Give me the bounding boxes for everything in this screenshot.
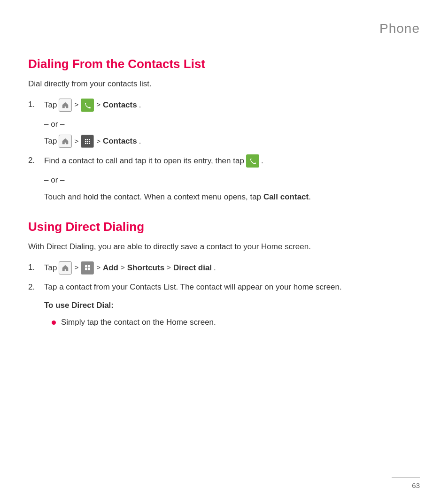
page-title: Phone — [28, 19, 420, 38]
page-divider — [392, 477, 420, 478]
step2-period: . — [261, 155, 263, 167]
chevron2: > — [96, 99, 100, 110]
svg-rect-5 — [89, 141, 90, 142]
chevron4: > — [96, 136, 100, 147]
section2-step1: 1. Tap > — [28, 261, 420, 275]
section1-desc: Dial directly from your contacts list. — [28, 78, 420, 90]
step2-text: Find a contact to call and tap it to ope… — [44, 155, 244, 167]
chevron5: > — [74, 262, 78, 273]
bullet1-text: Simply tap the contact on the Home scree… — [61, 318, 216, 327]
step1-tap-text: Tap — [44, 99, 57, 111]
section2-step2: 2. Tap a contact from your Contacts List… — [28, 281, 420, 293]
step1: 1. Tap > — [28, 99, 420, 112]
section2-step1-content: Tap > — [44, 261, 420, 275]
home-icon-1 — [59, 99, 72, 112]
page-container: Phone Dialing From the Contacts List Dia… — [0, 0, 448, 504]
home-icon-2 — [59, 135, 72, 148]
chevron3: > — [74, 136, 78, 147]
svg-rect-6 — [85, 143, 86, 144]
section2-step1-shortcuts: Shortcuts — [127, 262, 164, 274]
or-divider-2: – or – — [44, 174, 420, 186]
section1-title: Dialing From the Contacts List — [28, 55, 420, 73]
section2-step2-number: 2. — [28, 281, 41, 293]
step1b-tap-line: Tap > — [44, 135, 420, 148]
step2b-text: Touch and hold the contact. When a conte… — [44, 192, 261, 201]
step2b-call-contact: Call contact — [263, 192, 309, 201]
step1b-period: . — [139, 135, 141, 147]
step1-content: Tap > > Contacts. — [44, 99, 420, 112]
svg-rect-11 — [85, 268, 87, 270]
sub-heading-text: To use Direct Dial: — [44, 301, 114, 310]
bullet-item-1: Simply tap the contact on the Home scree… — [52, 316, 420, 328]
widget-icon — [81, 261, 94, 275]
phone-icon-2 — [246, 154, 259, 168]
section2-step2-text: Tap a contact from your Contacts List. T… — [44, 283, 342, 291]
section2-step2-content: Tap a contact from your Contacts List. T… — [44, 281, 420, 293]
step1-contacts-bold: Contacts — [103, 99, 137, 111]
home-icon-3 — [59, 261, 72, 275]
or-divider-1: – or – — [44, 118, 420, 130]
step2-content: Find a contact to call and tap it to ope… — [44, 154, 420, 168]
phone-icon-1 — [81, 99, 94, 112]
sub-heading: To use Direct Dial: — [44, 299, 420, 312]
chevron6: > — [96, 262, 100, 273]
svg-rect-7 — [87, 143, 88, 144]
step1b-contacts-bold: Contacts — [103, 135, 137, 147]
section2-desc: With Direct Dialing, you are able to dir… — [28, 241, 420, 253]
section2-step1-add: Add — [103, 262, 118, 274]
svg-rect-4 — [87, 141, 88, 142]
svg-rect-8 — [89, 143, 90, 144]
section2-title: Using Direct Dialing — [28, 218, 420, 236]
step2b-period: . — [309, 192, 311, 201]
grid-icon-1 — [81, 135, 94, 148]
step2b: Touch and hold the contact. When a conte… — [44, 191, 420, 203]
svg-rect-9 — [85, 265, 87, 267]
step1b-tap-text: Tap — [44, 135, 57, 147]
section2-step1-tap-line: Tap > — [44, 261, 420, 275]
step2: 2. Find a contact to call and tap it to … — [28, 154, 420, 168]
chevron8: > — [167, 262, 171, 273]
svg-rect-0 — [85, 139, 86, 140]
step2-tap-line: Find a contact to call and tap it to ope… — [44, 154, 420, 168]
section2-step1-number: 1. — [28, 261, 41, 274]
step1-tap-line: Tap > > Contacts. — [44, 99, 420, 112]
step1b: Tap > — [44, 135, 420, 148]
step1-period: . — [139, 99, 141, 111]
svg-rect-3 — [85, 141, 86, 142]
section2-step1-directdial: Direct dial — [173, 262, 212, 274]
page-number: 63 — [412, 481, 420, 491]
section2-step1-period: . — [214, 262, 216, 274]
step1-number: 1. — [28, 99, 41, 111]
step2-number: 2. — [28, 154, 41, 167]
chevron1: > — [74, 99, 78, 110]
svg-rect-1 — [87, 139, 88, 140]
section-dialing-contacts: Dialing From the Contacts List Dial dire… — [28, 55, 420, 203]
svg-rect-2 — [89, 139, 90, 140]
chevron7: > — [121, 262, 125, 273]
svg-rect-10 — [88, 265, 90, 267]
section-direct-dialing: Using Direct Dialing With Direct Dialing… — [28, 218, 420, 328]
bullet-list: Simply tap the contact on the Home scree… — [52, 316, 420, 328]
section2-step1-tap-text: Tap — [44, 262, 57, 274]
svg-rect-12 — [88, 268, 90, 270]
